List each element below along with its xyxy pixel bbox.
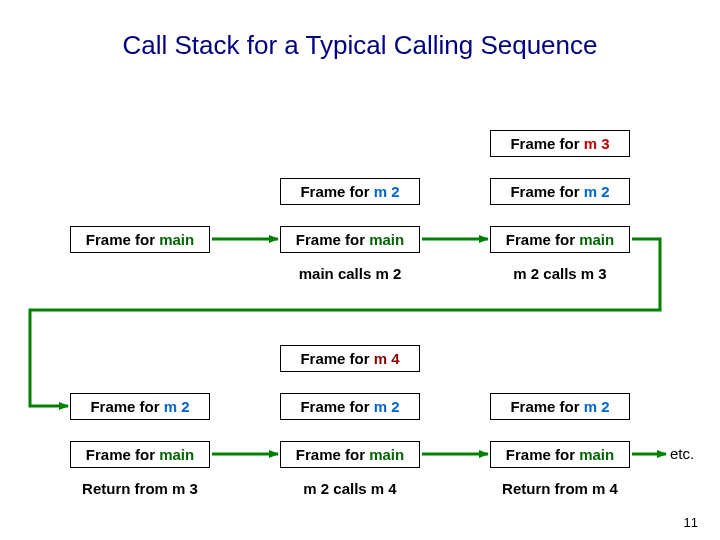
- slide-title: Call Stack for a Typical Calling Sequenc…: [0, 30, 720, 61]
- frame-m2-col1-bot: Frame for m 2: [70, 393, 210, 420]
- etc-label: etc.: [670, 445, 694, 462]
- frame-main-col2-bot: Frame for main: [280, 441, 420, 468]
- caption-return-from-m4: Return from m 4: [490, 480, 630, 497]
- frame-m2-col2-bot: Frame for m 2: [280, 393, 420, 420]
- frame-m4-col2-bot: Frame for m 4: [280, 345, 420, 372]
- frame-main-col3-bot: Frame for main: [490, 441, 630, 468]
- frame-main-col3-top: Frame for main: [490, 226, 630, 253]
- page-number: 11: [684, 515, 698, 530]
- frame-main-col1-bot: Frame for main: [70, 441, 210, 468]
- frame-m2-col3-top: Frame for m 2: [490, 178, 630, 205]
- caption-return-from-m3: Return from m 3: [70, 480, 210, 497]
- frame-m2-col2-top: Frame for m 2: [280, 178, 420, 205]
- frame-main-col1-top: Frame for main: [70, 226, 210, 253]
- caption-m2-calls-m3: m 2 calls m 3: [490, 265, 630, 282]
- frame-m3-col3: Frame for m 3: [490, 130, 630, 157]
- caption-main-calls-m2: main calls m 2: [280, 265, 420, 282]
- frame-main-col2-top: Frame for main: [280, 226, 420, 253]
- caption-m2-calls-m4: m 2 calls m 4: [280, 480, 420, 497]
- frame-m2-col3-bot: Frame for m 2: [490, 393, 630, 420]
